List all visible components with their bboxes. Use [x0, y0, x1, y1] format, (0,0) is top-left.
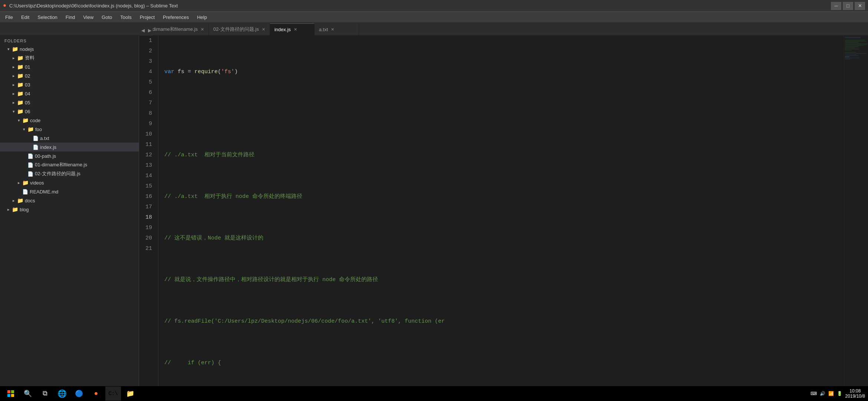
explorer-button[interactable]: 📁 [122, 387, 138, 401]
sidebar-item-label: index.js [40, 144, 56, 150]
line-numbers: 1 2 3 4 5 6 7 8 9 10 11 12 13 14 15 16 1… [139, 36, 158, 391]
editor-content: 1 2 3 4 5 6 7 8 9 10 11 12 13 14 15 16 1… [139, 36, 868, 391]
spacer: ▸ [23, 154, 25, 159]
tray-icon-4: 🔋 [837, 391, 842, 396]
sidebar-item-readme[interactable]: ▸ 📄 README.md [0, 187, 139, 196]
title-bar-left: ● C:\Users\lpz\Desktop\nodejs\06\code\fo… [3, 3, 178, 9]
sidebar-item-indexjs[interactable]: ▸ 📄 index.js [0, 143, 139, 151]
chevron-down-icon: ▾ [7, 47, 10, 52]
file-md-icon: 📄 [22, 189, 28, 195]
sidebar-item-01dirname[interactable]: ▸ 📄 01-dirname和filename.js [0, 160, 139, 169]
code-editor[interactable]: var fs = require('fs') // ./a.txt 相对于当前文… [158, 36, 844, 391]
menu-find[interactable]: Find [62, 14, 79, 21]
sidebar-item-foo[interactable]: ▾ 📁 foo [0, 125, 139, 134]
tab-filepath[interactable]: 02-文件路径的问题.js ✕ [209, 23, 270, 35]
sidebar-item-videos[interactable]: ▸ 📁 videos [0, 178, 139, 187]
code-line-8: // if (err) { [164, 358, 844, 368]
tab-atxt[interactable]: a.txt ✕ [315, 23, 359, 35]
sidebar-item-atxt[interactable]: ▸ 📄 a.txt [0, 134, 139, 143]
tab-filepath-close[interactable]: ✕ [262, 27, 265, 32]
menu-goto[interactable]: Goto [98, 14, 116, 21]
line-num-5: 5 [139, 77, 152, 88]
chevron-right-icon: ▸ [13, 91, 15, 96]
taskbar-datetime[interactable]: 10:08 2019/10/8 [845, 388, 865, 399]
app-icon: ● [3, 3, 6, 9]
line-num-12: 12 [139, 150, 152, 160]
menu-view[interactable]: View [79, 14, 97, 21]
minimap [844, 36, 868, 391]
menu-tools[interactable]: Tools [116, 14, 135, 21]
line-num-11: 11 [139, 140, 152, 150]
sidebar-item-06[interactable]: ▾ 📁 06 [0, 107, 139, 116]
menu-selection[interactable]: Selection [34, 14, 61, 21]
minimize-button[interactable]: ─ [831, 2, 841, 10]
editor-area[interactable]: 1 2 3 4 5 6 7 8 9 10 11 12 13 14 15 16 1… [139, 36, 868, 391]
line-num-4: 4 [139, 67, 152, 77]
tab-index-close[interactable]: ✕ [294, 27, 297, 32]
menu-file[interactable]: File [1, 14, 17, 21]
menu-project[interactable]: Project [136, 14, 158, 21]
edge-button[interactable]: 🌐 [54, 387, 70, 401]
file-txt-icon: 📄 [33, 136, 39, 141]
folder-icon: 📁 [12, 46, 18, 52]
sidebar-item-02[interactable]: ▸ 📁 02 [0, 71, 139, 80]
sidebar-item-label: code [30, 118, 40, 123]
folder-icon: 📁 [12, 206, 18, 212]
code-line-5: // 这不是错误，Node 就是这样设计的 [164, 233, 844, 244]
chevron-right-icon: ▸ [13, 74, 15, 78]
menu-help[interactable]: Help [193, 14, 211, 21]
tab-dirname-close[interactable]: ✕ [201, 27, 204, 32]
taskbar-date-display: 2019/10/8 [845, 394, 865, 399]
sidebar-item-03[interactable]: ▸ 📁 03 [0, 80, 139, 89]
svg-rect-3 [11, 394, 14, 397]
close-button[interactable]: ✕ [855, 2, 865, 10]
menu-preferences[interactable]: Preferences [159, 14, 193, 21]
chevron-right-icon: ▸ [13, 65, 15, 69]
code-line-3: // ./a.txt 相对于当前文件路径 [164, 150, 844, 160]
code-line-1: var fs = require('fs') [164, 67, 844, 77]
chevron-right-icon: ▸ [13, 82, 15, 87]
chevron-down-icon: ▾ [23, 127, 25, 132]
folder-icon: 📁 [17, 108, 23, 114]
search-taskbar-button[interactable]: 🔍 [20, 387, 36, 401]
sidebar-item-docs[interactable]: ▸ 📁 docs [0, 196, 139, 205]
sidebar-item-label: foo [35, 127, 42, 132]
menu-edit[interactable]: Edit [17, 14, 33, 21]
tab-atxt-close[interactable]: ✕ [331, 27, 334, 32]
folder-icon: 📁 [17, 55, 23, 61]
maximize-button[interactable]: □ [843, 2, 853, 10]
title-bar: ● C:\Users\lpz\Desktop\nodejs\06\code\fo… [0, 0, 868, 12]
sidebar-item-05[interactable]: ▸ 📁 05 [0, 98, 139, 107]
tab-nav-right[interactable]: ▶ [146, 25, 153, 36]
sublime-button[interactable]: ● [88, 387, 104, 401]
tab-nav-left[interactable]: ◀ [139, 25, 146, 36]
folder-icon: 📁 [22, 180, 29, 186]
sidebar-item-01[interactable]: ▸ 📁 01 [0, 62, 139, 71]
chevron-right-icon: ▸ [18, 180, 20, 185]
sidebar-item-blog[interactable]: ▸ 📁 blog [0, 205, 139, 214]
tab-index[interactable]: index.js ✕ [270, 23, 315, 35]
chevron-right-icon: ▸ [13, 56, 15, 61]
sidebar-item-label: 04 [25, 91, 30, 97]
sidebar-item-02filepath[interactable]: ▸ 📄 02-文件路径的问题.js [0, 169, 139, 178]
sidebar-item-label: 06 [25, 109, 30, 114]
folder-icon: 📁 [22, 117, 29, 123]
sidebar-item-04[interactable]: ▸ 📁 04 [0, 89, 139, 98]
chevron-right-icon: ▸ [7, 207, 10, 212]
sidebar-item-00path[interactable]: ▸ 📄 00-path.js [0, 151, 139, 160]
sidebar-item-code[interactable]: ▾ 📁 code [0, 116, 139, 125]
line-num-7: 7 [139, 98, 152, 108]
line-num-13: 13 [139, 160, 152, 171]
sidebar-item-ziliao[interactable]: ▸ 📁 资料 [0, 53, 139, 62]
chevron-down-icon: ▾ [18, 118, 20, 123]
start-button[interactable] [3, 387, 19, 401]
task-view-button[interactable]: ⧉ [37, 387, 53, 401]
taskbar: 🔍 ⧉ 🌐 🔵 ● C:\ 📁 ⌨ 🔊 📶 🔋 10:08 2019/10/8 [0, 386, 868, 401]
sidebar-item-label: 00-path.js [35, 153, 56, 159]
sidebar-item-nodejs[interactable]: ▾ 📁 nodejs [0, 45, 139, 53]
cmd-button[interactable]: C:\ [105, 387, 121, 401]
chrome-button[interactable]: 🔵 [71, 387, 87, 401]
line-num-6: 6 [139, 88, 152, 98]
taskbar-left: 🔍 ⧉ 🌐 🔵 ● C:\ 📁 [3, 387, 138, 401]
folder-icon: 📁 [17, 64, 23, 70]
